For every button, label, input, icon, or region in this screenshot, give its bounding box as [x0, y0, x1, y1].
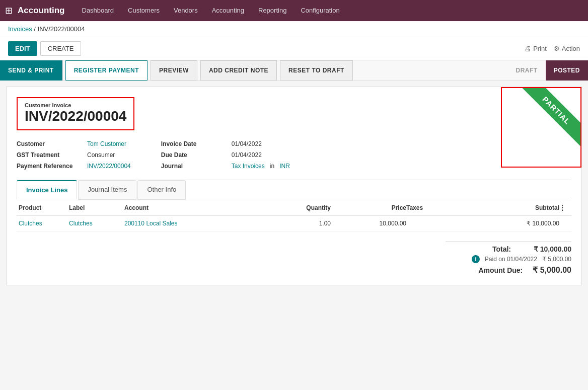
info-icon[interactable]: i [472, 255, 480, 263]
amount-due-value: ₹ 5,000.00 [533, 265, 571, 275]
journal-in: in [270, 163, 274, 170]
secondary-toolbar: SEND & PRINT REGISTER PAYMENT PREVIEW AD… [0, 60, 588, 81]
customer-value[interactable]: Tom Customer [87, 140, 126, 147]
paid-row: i Paid on 01/04/2022 ₹ 5,000.00 [472, 255, 571, 263]
row-quantity: 1.00 [265, 220, 341, 227]
tab-other-info[interactable]: Other Info [137, 180, 186, 200]
field-col-left: Customer Tom Customer GST Treatment Cons… [17, 140, 131, 170]
header-product: Product [19, 204, 69, 211]
header-price: Price [341, 204, 406, 211]
gear-icon: ⚙ [554, 45, 560, 52]
nav-accounting[interactable]: Accounting [205, 0, 251, 21]
header-menu: ⋮ [559, 204, 569, 211]
payment-ref-label: Payment Reference [17, 163, 82, 170]
header-account: Account [124, 204, 265, 211]
row-taxes [406, 220, 447, 227]
gst-field-row: GST Treatment Consumer [17, 151, 131, 159]
invoice-date-field-row: Invoice Date 01/04/2022 [161, 140, 290, 147]
create-button[interactable]: CREATE [40, 41, 82, 56]
total-row: Total: ₹ 10,000.00 [492, 245, 571, 253]
nav-configuration[interactable]: Configuration [293, 0, 346, 21]
preview-button[interactable]: PREVIEW [151, 60, 197, 81]
customer-field-row: Customer Tom Customer [17, 140, 131, 147]
due-date-value: 01/04/2022 [232, 151, 262, 159]
invoice-fields: Customer Tom Customer GST Treatment Cons… [7, 135, 581, 175]
journal-value[interactable]: Tax Invoices [232, 163, 265, 170]
breadcrumb-current: INV/2022/00004 [38, 25, 85, 33]
row-subtotal: ₹ 10,000.00 [447, 220, 559, 227]
gst-value: Consumer [87, 151, 115, 159]
invoice-type-label: Customer Invoice [25, 102, 126, 108]
reset-to-draft-button[interactable]: RESET TO DRAFT [280, 60, 353, 81]
gst-label: GST Treatment [17, 151, 82, 159]
header-label: Label [69, 204, 124, 211]
invoice-header: Customer Invoice INV/2022/00004 [7, 87, 581, 135]
due-date-field-row: Due Date 01/04/2022 [161, 151, 290, 159]
table-row[interactable]: Clutches Clutches 200110 Local Sales 1.0… [17, 216, 571, 231]
row-price: 10,000.00 [341, 220, 406, 227]
tabs-bar: Invoice Lines Journal Items Other Info [17, 180, 571, 200]
nav-dashboard[interactable]: Dashboard [75, 0, 121, 21]
status-posted: POSTED [546, 60, 588, 81]
row-product: Clutches [19, 220, 69, 227]
invoice-date-value: 01/04/2022 [232, 140, 262, 147]
field-col-right: Invoice Date 01/04/2022 Due Date 01/04/2… [161, 140, 290, 170]
invoice-table: Product Label Account Quantity Price Tax… [17, 200, 571, 231]
total-label: Total: [492, 245, 511, 253]
journal-currency[interactable]: INR [279, 163, 290, 170]
tab-journal-items[interactable]: Journal Items [78, 180, 136, 200]
main-content: PARTIAL Customer Invoice INV/2022/00004 … [6, 87, 582, 285]
invoice-date-label: Invoice Date [161, 140, 227, 147]
add-credit-note-button[interactable]: ADD CREDIT NOTE [200, 60, 277, 81]
action-button[interactable]: ⚙ Action [554, 45, 580, 52]
due-date-label: Due Date [161, 151, 227, 159]
nav-reporting[interactable]: Reporting [251, 0, 293, 21]
brand-name: Accounting [18, 6, 65, 16]
top-navigation: ⊞ Accounting Dashboard Customers Vendors… [0, 0, 588, 21]
breadcrumb-separator: / [34, 25, 37, 33]
edit-button[interactable]: EDIT [8, 41, 37, 56]
nav-customers[interactable]: Customers [121, 0, 167, 21]
row-label: Clutches [69, 220, 124, 227]
header-taxes: Taxes [406, 204, 447, 211]
invoice-number: INV/2022/00004 [25, 108, 126, 124]
table-header: Product Label Account Quantity Price Tax… [17, 200, 571, 216]
status-area: DRAFT POSTED [507, 60, 588, 81]
payment-ref-field-row: Payment Reference INV/2022/00004 [17, 163, 131, 170]
customer-label: Customer [17, 140, 82, 147]
header-quantity: Quantity [265, 204, 341, 211]
total-separator [446, 242, 571, 242]
nav-vendors[interactable]: Vendors [167, 0, 205, 21]
amount-due-row: Amount Due: ₹ 5,000.00 [478, 265, 571, 275]
totals-area: Total: ₹ 10,000.00 i Paid on 01/04/2022 … [7, 231, 581, 285]
paid-label: Paid on 01/04/2022 [485, 256, 537, 263]
journal-label: Journal [161, 163, 227, 170]
journal-field-row: Journal Tax Invoices in INR [161, 163, 290, 170]
invoice-header-inner: Customer Invoice INV/2022/00004 [17, 97, 134, 130]
breadcrumb: Invoices / INV/2022/00004 [0, 21, 588, 37]
header-subtotal: Subtotal [447, 204, 559, 211]
tab-invoice-lines[interactable]: Invoice Lines [17, 180, 77, 200]
payment-ref-value[interactable]: INV/2022/00004 [87, 163, 131, 170]
row-menu[interactable] [559, 220, 569, 227]
breadcrumb-parent[interactable]: Invoices [8, 25, 32, 33]
partial-badge-container: PARTIAL [501, 87, 581, 168]
send-print-button[interactable]: SEND & PRINT [0, 60, 62, 81]
partial-badge: PARTIAL [520, 87, 581, 147]
grid-icon[interactable]: ⊞ [5, 5, 13, 16]
register-payment-button[interactable]: REGISTER PAYMENT [65, 60, 148, 81]
status-draft: DRAFT [507, 60, 545, 81]
paid-value: ₹ 5,000.00 [542, 256, 571, 263]
action-bar: EDIT CREATE 🖨 Print ⚙ Action [0, 37, 588, 60]
print-button[interactable]: 🖨 Print [525, 45, 547, 52]
total-value: ₹ 10,000.00 [521, 245, 571, 253]
printer-icon: 🖨 [525, 45, 531, 52]
amount-due-label: Amount Due: [478, 266, 523, 274]
row-account: 200110 Local Sales [124, 220, 265, 227]
